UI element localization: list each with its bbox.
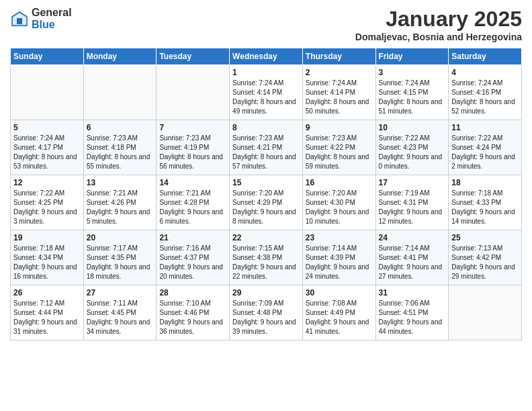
table-row: 10Sunrise: 7:22 AM Sunset: 4:23 PM Dayli…: [375, 120, 449, 175]
day-info: Sunrise: 7:22 AM Sunset: 4:24 PM Dayligh…: [451, 134, 519, 171]
day-number: 13: [87, 178, 154, 187]
day-info: Sunrise: 7:24 AM Sunset: 4:16 PM Dayligh…: [451, 79, 519, 116]
table-row: [83, 65, 157, 120]
day-info: Sunrise: 7:11 AM Sunset: 4:45 PM Dayligh…: [87, 299, 154, 336]
day-number: 28: [159, 288, 226, 298]
table-row: 23Sunrise: 7:14 AM Sunset: 4:39 PM Dayli…: [302, 230, 375, 285]
svg-rect-3: [17, 18, 22, 24]
day-number: 17: [379, 178, 446, 187]
calendar-week-row: 1Sunrise: 7:24 AM Sunset: 4:14 PM Daylig…: [11, 65, 522, 120]
day-number: 31: [379, 288, 446, 298]
day-number: 1: [232, 68, 300, 77]
day-info: Sunrise: 7:21 AM Sunset: 4:26 PM Dayligh…: [87, 189, 154, 226]
table-row: 17Sunrise: 7:19 AM Sunset: 4:31 PM Dayli…: [375, 175, 449, 230]
day-number: 26: [13, 288, 81, 298]
day-info: Sunrise: 7:12 AM Sunset: 4:44 PM Dayligh…: [13, 299, 81, 336]
day-info: Sunrise: 7:22 AM Sunset: 4:23 PM Dayligh…: [379, 134, 446, 171]
table-row: 13Sunrise: 7:21 AM Sunset: 4:26 PM Dayli…: [83, 175, 157, 230]
calendar-week-row: 26Sunrise: 7:12 AM Sunset: 4:44 PM Dayli…: [11, 285, 522, 340]
table-row: [11, 65, 84, 120]
day-info: Sunrise: 7:10 AM Sunset: 4:46 PM Dayligh…: [159, 299, 226, 336]
table-row: 15Sunrise: 7:20 AM Sunset: 4:29 PM Dayli…: [230, 175, 303, 230]
table-row: 12Sunrise: 7:22 AM Sunset: 4:25 PM Dayli…: [11, 175, 84, 230]
logo-text: General Blue: [32, 7, 72, 30]
table-row: 3Sunrise: 7:24 AM Sunset: 4:15 PM Daylig…: [375, 65, 449, 120]
table-row: 29Sunrise: 7:09 AM Sunset: 4:48 PM Dayli…: [230, 285, 303, 340]
col-thursday: Thursday: [302, 48, 375, 65]
day-number: 16: [306, 178, 373, 187]
col-tuesday: Tuesday: [157, 48, 230, 65]
table-row: 19Sunrise: 7:18 AM Sunset: 4:34 PM Dayli…: [11, 230, 84, 285]
day-number: 10: [379, 123, 446, 132]
logo-general: General: [32, 7, 72, 19]
day-info: Sunrise: 7:08 AM Sunset: 4:49 PM Dayligh…: [306, 299, 373, 336]
calendar-container: General Blue January 2025 Domaljevac, Bo…: [0, 0, 532, 344]
calendar-week-row: 19Sunrise: 7:18 AM Sunset: 4:34 PM Dayli…: [11, 230, 522, 285]
day-info: Sunrise: 7:16 AM Sunset: 4:37 PM Dayligh…: [159, 244, 226, 281]
day-number: 22: [232, 233, 300, 242]
day-info: Sunrise: 7:20 AM Sunset: 4:29 PM Dayligh…: [232, 189, 300, 226]
day-info: Sunrise: 7:23 AM Sunset: 4:18 PM Dayligh…: [87, 134, 154, 171]
table-row: 24Sunrise: 7:14 AM Sunset: 4:41 PM Dayli…: [375, 230, 449, 285]
day-number: 24: [379, 233, 446, 242]
table-row: 8Sunrise: 7:23 AM Sunset: 4:21 PM Daylig…: [230, 120, 303, 175]
day-number: 27: [87, 288, 154, 298]
col-friday: Friday: [375, 48, 449, 65]
col-sunday: Sunday: [11, 48, 84, 65]
day-info: Sunrise: 7:24 AM Sunset: 4:14 PM Dayligh…: [306, 79, 373, 116]
day-number: 18: [451, 178, 519, 187]
day-number: 30: [306, 288, 373, 298]
day-info: Sunrise: 7:23 AM Sunset: 4:19 PM Dayligh…: [159, 134, 226, 171]
table-row: 21Sunrise: 7:16 AM Sunset: 4:37 PM Dayli…: [157, 230, 230, 285]
table-row: 28Sunrise: 7:10 AM Sunset: 4:46 PM Dayli…: [157, 285, 230, 340]
day-number: 7: [159, 123, 226, 132]
table-row: 22Sunrise: 7:15 AM Sunset: 4:38 PM Dayli…: [230, 230, 303, 285]
table-row: 25Sunrise: 7:13 AM Sunset: 4:42 PM Dayli…: [449, 230, 522, 285]
day-number: 14: [159, 178, 226, 187]
table-row: 7Sunrise: 7:23 AM Sunset: 4:19 PM Daylig…: [157, 120, 230, 175]
col-monday: Monday: [83, 48, 157, 65]
col-wednesday: Wednesday: [230, 48, 303, 65]
day-number: 9: [306, 123, 373, 132]
day-number: 11: [451, 123, 519, 132]
day-number: 25: [451, 233, 519, 242]
table-row: 1Sunrise: 7:24 AM Sunset: 4:14 PM Daylig…: [230, 65, 303, 120]
day-info: Sunrise: 7:23 AM Sunset: 4:21 PM Dayligh…: [232, 134, 300, 171]
day-number: 3: [379, 68, 446, 77]
day-number: 15: [232, 178, 300, 187]
day-info: Sunrise: 7:21 AM Sunset: 4:28 PM Dayligh…: [159, 189, 226, 226]
month-title: January 2025: [355, 7, 522, 32]
day-info: Sunrise: 7:22 AM Sunset: 4:25 PM Dayligh…: [13, 189, 81, 226]
table-row: 9Sunrise: 7:23 AM Sunset: 4:22 PM Daylig…: [302, 120, 375, 175]
table-row: 6Sunrise: 7:23 AM Sunset: 4:18 PM Daylig…: [83, 120, 157, 175]
table-row: 20Sunrise: 7:17 AM Sunset: 4:35 PM Dayli…: [83, 230, 157, 285]
day-info: Sunrise: 7:24 AM Sunset: 4:17 PM Dayligh…: [13, 134, 81, 171]
day-number: 8: [232, 123, 300, 132]
day-info: Sunrise: 7:19 AM Sunset: 4:31 PM Dayligh…: [379, 189, 446, 226]
location-subtitle: Domaljevac, Bosnia and Herzegovina: [355, 32, 522, 42]
calendar-week-row: 12Sunrise: 7:22 AM Sunset: 4:25 PM Dayli…: [11, 175, 522, 230]
day-number: 29: [232, 288, 300, 298]
table-row: 5Sunrise: 7:24 AM Sunset: 4:17 PM Daylig…: [11, 120, 84, 175]
day-number: 12: [13, 178, 81, 187]
table-row: 31Sunrise: 7:06 AM Sunset: 4:51 PM Dayli…: [375, 285, 449, 340]
day-info: Sunrise: 7:18 AM Sunset: 4:34 PM Dayligh…: [13, 244, 81, 281]
calendar-header-row: Sunday Monday Tuesday Wednesday Thursday…: [11, 48, 522, 65]
table-row: [449, 285, 522, 340]
calendar-week-row: 5Sunrise: 7:24 AM Sunset: 4:17 PM Daylig…: [11, 120, 522, 175]
day-info: Sunrise: 7:14 AM Sunset: 4:41 PM Dayligh…: [379, 244, 446, 281]
day-info: Sunrise: 7:14 AM Sunset: 4:39 PM Dayligh…: [306, 244, 373, 281]
table-row: 26Sunrise: 7:12 AM Sunset: 4:44 PM Dayli…: [11, 285, 84, 340]
table-row: 18Sunrise: 7:18 AM Sunset: 4:33 PM Dayli…: [449, 175, 522, 230]
day-info: Sunrise: 7:17 AM Sunset: 4:35 PM Dayligh…: [87, 244, 154, 281]
day-number: 6: [87, 123, 154, 132]
day-number: 19: [13, 233, 81, 242]
table-row: 11Sunrise: 7:22 AM Sunset: 4:24 PM Dayli…: [449, 120, 522, 175]
calendar-body: 1Sunrise: 7:24 AM Sunset: 4:14 PM Daylig…: [11, 65, 522, 340]
day-number: 4: [451, 68, 519, 77]
table-row: 2Sunrise: 7:24 AM Sunset: 4:14 PM Daylig…: [302, 65, 375, 120]
table-row: 16Sunrise: 7:20 AM Sunset: 4:30 PM Dayli…: [302, 175, 375, 230]
title-block: January 2025 Domaljevac, Bosnia and Herz…: [355, 7, 522, 42]
table-row: 4Sunrise: 7:24 AM Sunset: 4:16 PM Daylig…: [449, 65, 522, 120]
col-saturday: Saturday: [449, 48, 522, 65]
